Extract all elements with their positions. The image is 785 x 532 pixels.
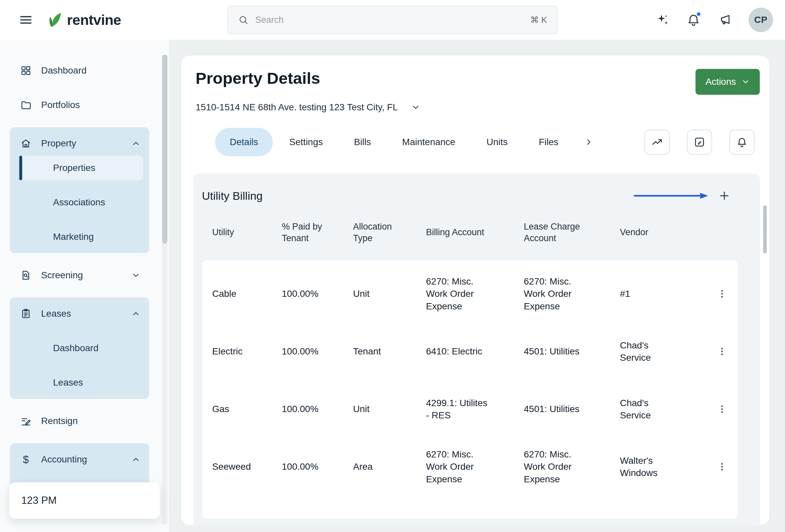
sidebar-item-label: Rentsign xyxy=(41,416,78,426)
table-row: Seeweed 100.00% Area 6270: Misc. Work Or… xyxy=(202,438,738,496)
sparkles-icon xyxy=(655,13,669,27)
app-root: rentvine ⌘ K xyxy=(0,0,785,532)
utility-billing-header: Utility Billing xyxy=(193,188,760,204)
clock-widget: 123 PM xyxy=(9,482,160,519)
row-menu-button[interactable] xyxy=(714,459,730,475)
sidebar-item-label: Portfolios xyxy=(41,100,80,110)
actions-button[interactable]: Actions xyxy=(695,69,760,95)
cell-allocation-type: Tenant xyxy=(353,345,426,357)
property-details-card: Property Details Actions 1510-1514 NE 68… xyxy=(181,56,769,525)
sidebar-item-label: Screening xyxy=(41,270,83,281)
tab-settings[interactable]: Settings xyxy=(275,128,337,156)
tabs-group: Details Settings Bills Maintenance Units… xyxy=(215,128,573,156)
table-row: Cable 100.00% Unit 6270: Misc. Work Orde… xyxy=(202,265,738,323)
cell-lease-charge-account: 6270: Misc. Work Order Expense xyxy=(524,275,595,312)
sidebar-item-label: Dashboard xyxy=(53,343,98,353)
cell-billing-account: 6270: Misc. Work Order Expense xyxy=(426,448,500,485)
sidebar-item-accounting[interactable]: $ Accounting xyxy=(10,447,149,472)
column-header-paid-by-tenant: % Paid by Tenant xyxy=(282,221,328,244)
notification-dot xyxy=(696,11,702,17)
notes-button[interactable] xyxy=(687,130,712,155)
sidebar-item-marketing[interactable]: Marketing xyxy=(10,224,149,249)
sidebar: Dashboard Portfolios Property xyxy=(0,40,169,532)
tab-maintenance[interactable]: Maintenance xyxy=(387,128,470,156)
column-header-allocation-type: Allocation Type xyxy=(353,221,403,244)
add-utility-button[interactable] xyxy=(717,188,732,204)
sidebar-item-leases-leases[interactable]: Leases xyxy=(10,370,149,395)
sidebar-scrollbar-thumb[interactable] xyxy=(162,55,168,243)
megaphone-icon xyxy=(718,13,732,27)
sidebar-item-properties[interactable]: Properties xyxy=(19,156,143,180)
sidebar-item-associations[interactable]: Associations xyxy=(10,190,149,215)
notifications-button[interactable] xyxy=(685,11,702,28)
cell-paid-by-tenant: 100.00% xyxy=(282,460,353,473)
sidebar-item-leases[interactable]: Leases xyxy=(10,301,149,326)
column-header-vendor: Vendor xyxy=(620,227,706,238)
table-row: Gas 100.00% Unit 4299.1: Utilites - RES … xyxy=(202,380,738,438)
utility-billing-title: Utility Billing xyxy=(202,189,262,203)
cell-billing-account: 6410: Electric xyxy=(426,345,500,357)
sidebar-item-portfolios[interactable]: Portfolios xyxy=(10,93,149,117)
annotation-arrow xyxy=(633,191,709,200)
chevron-down-icon xyxy=(131,271,141,280)
sidebar-item-dashboard[interactable]: Dashboard xyxy=(10,58,149,83)
search-input[interactable] xyxy=(255,15,524,25)
tabs-overflow-button[interactable] xyxy=(581,135,596,150)
table-row: Electric 100.00% Tenant 6410: Electric 4… xyxy=(202,323,738,380)
column-header-utility: Utility xyxy=(212,227,282,238)
cell-utility: Gas xyxy=(212,403,282,415)
content-scrollbar-thumb[interactable] xyxy=(763,205,767,254)
tab-units[interactable]: Units xyxy=(472,128,522,156)
kebab-menu-icon xyxy=(717,462,727,472)
kebab-menu-icon xyxy=(717,289,727,299)
plus-icon xyxy=(718,189,731,202)
sidebar-item-leases-dashboard[interactable]: Dashboard xyxy=(10,336,149,361)
sidebar-group-property: Property Properties Associations Marketi… xyxy=(10,127,149,253)
chevron-down-icon xyxy=(411,103,420,112)
sidebar-item-label: Properties xyxy=(53,163,96,173)
row-menu-button[interactable] xyxy=(714,286,730,302)
sidebar-item-rentsign[interactable]: Rentsign xyxy=(10,409,149,433)
sidebar-item-property[interactable]: Property xyxy=(10,131,149,156)
row-menu-button[interactable] xyxy=(714,401,730,417)
tab-bills[interactable]: Bills xyxy=(339,128,385,156)
global-search[interactable]: ⌘ K xyxy=(227,6,558,34)
tab-files[interactable]: Files xyxy=(524,128,573,156)
clock-time: 123 PM xyxy=(21,495,57,506)
sidebar-item-label: Leases xyxy=(53,377,83,388)
alerts-button[interactable] xyxy=(729,130,755,155)
main-area: Property Details Actions 1510-1514 NE 68… xyxy=(169,40,785,532)
dashboard-grid-icon xyxy=(20,64,32,77)
cell-lease-charge-account: 4501: Utilities xyxy=(524,403,595,415)
ai-assistant-button[interactable] xyxy=(654,11,671,28)
brand-logo[interactable]: rentvine xyxy=(48,11,121,28)
chevron-up-icon xyxy=(131,139,141,148)
activity-chart-button[interactable] xyxy=(644,130,669,155)
search-shortcut-hint: ⌘ K xyxy=(530,15,547,25)
sidebar-group-leases: Leases Dashboard Leases xyxy=(10,297,149,399)
sidebar-item-label: Leases xyxy=(41,309,71,319)
sidebar-item-label: Associations xyxy=(53,197,105,208)
page-title: Property Details xyxy=(196,69,320,87)
page-header: Property Details Actions xyxy=(193,69,760,95)
cell-paid-by-tenant: 100.00% xyxy=(282,345,353,357)
bell-icon xyxy=(736,136,748,148)
trending-chart-icon xyxy=(651,136,663,148)
hamburger-menu-button[interactable] xyxy=(17,10,35,29)
cell-utility: Cable xyxy=(212,288,282,300)
announcements-button[interactable] xyxy=(716,11,733,28)
dollar-icon: $ xyxy=(20,453,32,466)
cell-allocation-type: Unit xyxy=(353,288,426,300)
cell-vendor: #1 xyxy=(620,288,670,300)
property-selector[interactable]: 1510-1514 NE 68th Ave. testing 123 Test … xyxy=(193,102,420,113)
cell-billing-account: 4299.1: Utilites - RES xyxy=(426,397,500,421)
cell-vendor: Chad's Service xyxy=(620,397,670,421)
sidebar-item-label: Property xyxy=(41,138,76,149)
tab-details[interactable]: Details xyxy=(215,128,273,156)
cell-paid-by-tenant: 100.00% xyxy=(282,288,353,300)
row-menu-button[interactable] xyxy=(714,344,730,360)
user-avatar[interactable]: CP xyxy=(749,8,773,32)
chevron-up-icon xyxy=(131,309,141,318)
sidebar-item-screening[interactable]: Screening xyxy=(10,263,149,288)
topbar-actions: CP xyxy=(654,8,773,32)
